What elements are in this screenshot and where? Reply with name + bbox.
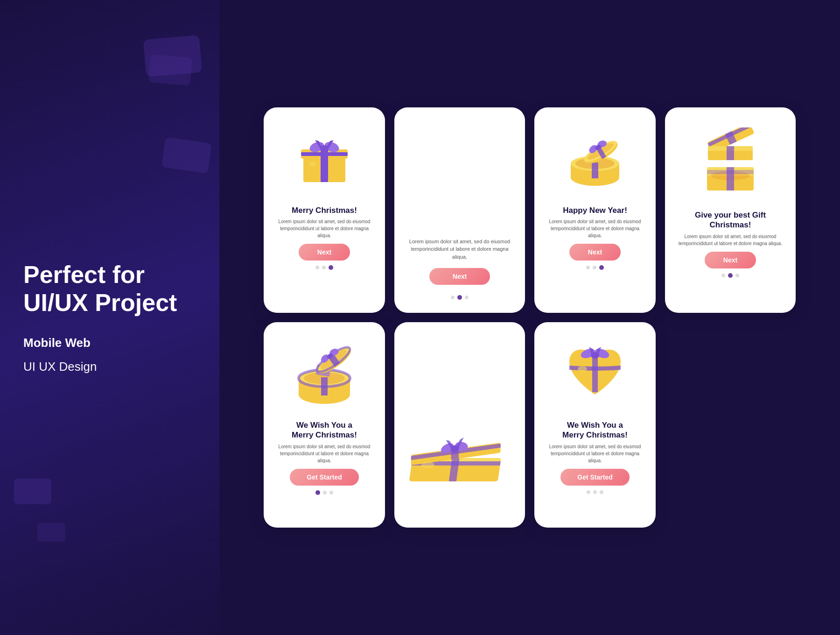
dot-3 — [735, 274, 739, 277]
dot-3 — [465, 296, 469, 299]
card-7-image — [544, 332, 646, 416]
card-3-body: Lorem ipsum dolor sit amet, sed do eiusm… — [544, 218, 646, 239]
left-panel: Perfect for UI/UX Project Mobile Web UI … — [0, 0, 219, 635]
card-2-dots — [404, 295, 516, 300]
dot-2 — [593, 490, 597, 494]
dot-1 — [586, 266, 590, 269]
svg-rect-57 — [592, 355, 598, 392]
dot-2 — [457, 295, 462, 300]
card-3-title: Happy New Year! — [563, 205, 627, 215]
card-1-title: Merry Christmas! — [292, 205, 357, 215]
gift-heart-icon — [565, 343, 625, 404]
card-happy-new-year: Happy New Year! Lorem ipsum dolor sit am… — [534, 107, 656, 313]
svg-point-61 — [578, 366, 587, 372]
svg-point-7 — [309, 162, 316, 167]
dot-2 — [728, 273, 733, 278]
svg-rect-3 — [301, 152, 348, 156]
card-7-title: We Wish You a Merry Christmas! — [562, 420, 628, 440]
card-1-body: Lorem ipsum dolor sit amet, sed do eiusm… — [273, 218, 376, 239]
gift-closed-icon — [296, 131, 352, 187]
card-4-image — [674, 117, 786, 205]
dot-3 — [599, 265, 604, 270]
card-2-next-button[interactable]: Next — [429, 268, 490, 285]
dot-2 — [323, 491, 327, 494]
card-4-dots — [721, 273, 739, 278]
main-title: Perfect for UI/UX Project — [23, 261, 196, 317]
dot-1 — [315, 490, 320, 495]
dot-1 — [721, 274, 725, 277]
dot-2 — [593, 266, 596, 269]
gift-open-round-icon — [565, 131, 625, 187]
deco-rect-1 — [14, 479, 51, 504]
gift-open-cup-icon — [294, 341, 355, 406]
dot-1 — [587, 490, 590, 494]
dot-1 — [451, 296, 455, 299]
card-1-image — [273, 117, 376, 201]
card-2-body: Lorem ipsum dolor sit amet, sed do eiusm… — [404, 238, 516, 261]
svg-rect-30 — [707, 170, 754, 174]
card-next-text: Lorem ipsum dolor sit amet, sed do eiusm… — [394, 107, 525, 313]
card-5-dots — [315, 490, 333, 495]
card-5-body: Lorem ipsum dolor sit amet, sed do eiusm… — [273, 443, 376, 464]
card-4-next-button[interactable]: Next — [705, 252, 756, 268]
gift-flat-icon — [408, 421, 511, 514]
dot-3 — [329, 265, 333, 270]
card-1-dots — [315, 265, 333, 270]
card-5-image — [273, 332, 376, 416]
gift-open-box-icon — [698, 158, 763, 195]
dot-1 — [315, 266, 319, 269]
dot-3 — [600, 490, 603, 494]
card-merry-christmas: Merry Christmas! Lorem ipsum dolor sit a… — [264, 107, 385, 313]
card-we-wish-2: We Wish You a Merry Christmas! Lorem ips… — [534, 322, 656, 528]
card-give-best-gift: Give your best Gift Christmas! Lorem ips… — [665, 107, 796, 313]
card-7-body: Lorem ipsum dolor sit amet, sed do eiusm… — [544, 443, 646, 464]
subtitle-mobile-web: Mobile Web — [23, 336, 196, 350]
card-6-image — [404, 337, 516, 514]
card-5-get-started-button[interactable]: Get Started — [290, 469, 358, 486]
subtitle-uiux: UI UX Design — [23, 360, 196, 374]
deco-rect-3 — [161, 137, 212, 173]
dot-3 — [329, 491, 333, 494]
card-5-title: We Wish You a Merry Christmas! — [292, 420, 357, 440]
card-7-get-started-button[interactable]: Get Started — [560, 469, 629, 486]
dot-2 — [322, 266, 326, 269]
card-3-dots — [586, 265, 604, 270]
card-flat-gift — [394, 322, 525, 528]
right-panel: Merry Christmas! Lorem ipsum dolor sit a… — [219, 0, 840, 635]
svg-rect-36 — [321, 377, 328, 395]
card-7-dots — [587, 490, 603, 494]
card-we-wish-1: We Wish You a Merry Christmas! Lorem ips… — [264, 322, 385, 528]
card-3-image — [544, 117, 646, 201]
card-4-title: Give your best Gift Christmas! — [695, 210, 766, 230]
card-1-next-button[interactable]: Next — [299, 244, 350, 261]
card-4-body: Lorem ipsum dolor sit amet, sed do eiusm… — [674, 233, 786, 247]
svg-rect-12 — [592, 162, 598, 178]
card-3-next-button[interactable]: Next — [569, 244, 621, 261]
deco-rect-2 — [37, 523, 65, 542]
